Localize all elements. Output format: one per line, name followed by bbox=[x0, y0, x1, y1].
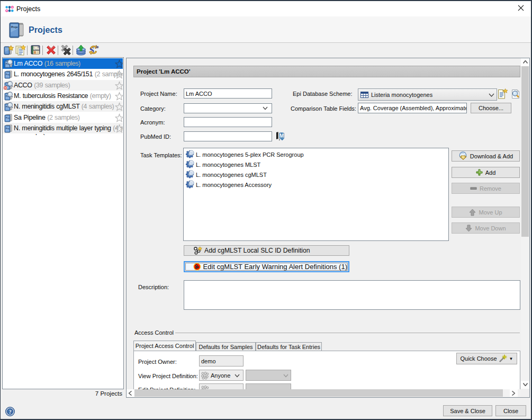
svg-text:?: ? bbox=[8, 409, 11, 415]
svg-text:ID: ID bbox=[96, 46, 99, 49]
svg-text:Proj: Proj bbox=[6, 128, 10, 130]
svg-text:Proj: Proj bbox=[6, 74, 10, 76]
svg-text:Proje: Proje bbox=[11, 25, 18, 29]
svg-text:Proj: Proj bbox=[6, 117, 10, 119]
svg-text:M: M bbox=[279, 133, 284, 139]
